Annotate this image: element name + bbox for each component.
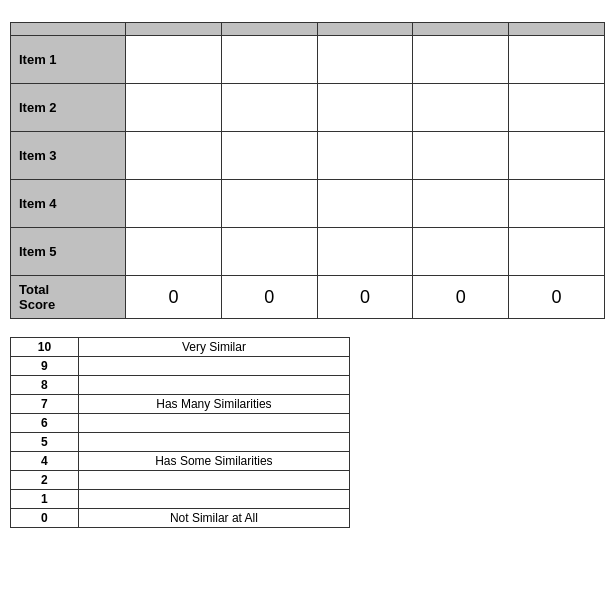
cell-item3-analogy4[interactable]: [413, 132, 509, 180]
total-score-analogy5: 0: [509, 276, 605, 319]
col-header-analogy5: [509, 23, 605, 36]
col-header-analogy3: [317, 23, 413, 36]
row-header-item2: Item 2: [11, 84, 126, 132]
row-header-item4: Item 4: [11, 180, 126, 228]
legend-label-0: Very Similar: [78, 338, 349, 357]
cell-item2-analogy5[interactable]: [509, 84, 605, 132]
cell-item3-analogy3[interactable]: [317, 132, 413, 180]
col-header-analogy4: [413, 23, 509, 36]
cell-item4-analogy5[interactable]: [509, 180, 605, 228]
legend-score-7: 2: [11, 471, 79, 490]
legend-score-5: 5: [11, 433, 79, 452]
cell-item5-analogy2[interactable]: [221, 228, 317, 276]
cell-item1-analogy5[interactable]: [509, 36, 605, 84]
legend-score-8: 1: [11, 490, 79, 509]
total-score-analogy1: 0: [126, 276, 222, 319]
analogies-matrix: Item 1Item 2Item 3Item 4Item 5TotalScore…: [10, 22, 605, 319]
legend-score-4: 6: [11, 414, 79, 433]
cell-item4-analogy4[interactable]: [413, 180, 509, 228]
legend-score-3: 7: [11, 395, 79, 414]
legend-score-2: 8: [11, 376, 79, 395]
cell-item1-analogy1[interactable]: [126, 36, 222, 84]
legend-label-9: Not Similar at All: [78, 509, 349, 528]
legend-label-2: [78, 376, 349, 395]
row-header-item3: Item 3: [11, 132, 126, 180]
cell-item3-analogy2[interactable]: [221, 132, 317, 180]
legend-label-8: [78, 490, 349, 509]
row-header-item5: Item 5: [11, 228, 126, 276]
total-score-analogy2: 0: [221, 276, 317, 319]
cell-item4-analogy1[interactable]: [126, 180, 222, 228]
total-score-analogy4: 0: [413, 276, 509, 319]
cell-item5-analogy1[interactable]: [126, 228, 222, 276]
cell-item5-analogy3[interactable]: [317, 228, 413, 276]
cell-item3-analogy1[interactable]: [126, 132, 222, 180]
cell-item2-analogy3[interactable]: [317, 84, 413, 132]
cell-item1-analogy4[interactable]: [413, 36, 509, 84]
total-score-analogy3: 0: [317, 276, 413, 319]
cell-item3-analogy5[interactable]: [509, 132, 605, 180]
legend-score-6: 4: [11, 452, 79, 471]
row-header-item1: Item 1: [11, 36, 126, 84]
legend-label-6: Has Some Similarities: [78, 452, 349, 471]
legend-label-4: [78, 414, 349, 433]
legend-label-3: Has Many Similarities: [78, 395, 349, 414]
legend-score-1: 9: [11, 357, 79, 376]
legend-score-0: 10: [11, 338, 79, 357]
cell-item5-analogy4[interactable]: [413, 228, 509, 276]
col-header-analogy1: [126, 23, 222, 36]
cell-item4-analogy3[interactable]: [317, 180, 413, 228]
col-header-analogy2: [221, 23, 317, 36]
legend-label-7: [78, 471, 349, 490]
legend-label-5: [78, 433, 349, 452]
legend-table: 10Very Similar987Has Many Similarities65…: [10, 337, 350, 528]
cell-item1-analogy3[interactable]: [317, 36, 413, 84]
cell-item1-analogy2[interactable]: [221, 36, 317, 84]
cell-item2-analogy2[interactable]: [221, 84, 317, 132]
legend-score-9: 0: [11, 509, 79, 528]
col-header-items: [11, 23, 126, 36]
total-score-header: TotalScore: [11, 276, 126, 319]
cell-item2-analogy4[interactable]: [413, 84, 509, 132]
cell-item2-analogy1[interactable]: [126, 84, 222, 132]
legend-label-1: [78, 357, 349, 376]
cell-item5-analogy5[interactable]: [509, 228, 605, 276]
cell-item4-analogy2[interactable]: [221, 180, 317, 228]
